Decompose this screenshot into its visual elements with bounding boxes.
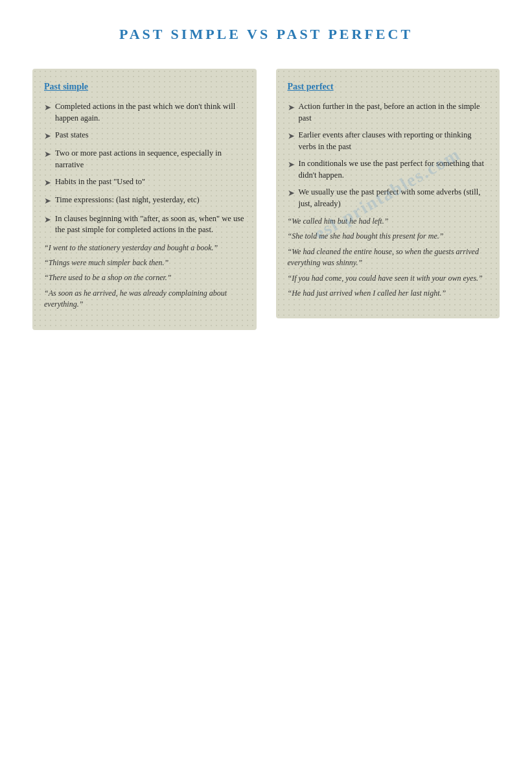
column-past-perfect: esl-printables.comPast perfect➤Action fu… (276, 69, 500, 318)
bullet-arrow-icon: ➤ (44, 195, 51, 207)
past-simple-bullet-item: ➤Past states (44, 130, 245, 142)
past-simple-bullet-item: ➤Completed actions in the past which we … (44, 101, 245, 124)
bullet-arrow-icon: ➤ (288, 159, 295, 171)
bullet-text: Two or more past actions in sequence, es… (55, 148, 245, 171)
past-perfect-examples: “We called him but he had left.”“She tol… (288, 216, 489, 299)
bullet-text: Earlier events after clauses with report… (299, 130, 489, 152)
column-past-simple: Past simple➤Completed actions in the pas… (32, 69, 257, 330)
columns-container: Past simple➤Completed actions in the pas… (32, 69, 500, 330)
past-perfect-heading: Past perfect (288, 82, 489, 92)
bullet-text: Completed actions in the past which we d… (55, 101, 245, 124)
past-simple-bullet-item: ➤In clauses beginning with "after, as so… (44, 213, 245, 236)
bullet-text: In clauses beginning with "after, as soo… (55, 213, 245, 236)
past-perfect-example-text: “We had cleaned the entire house, so whe… (288, 246, 489, 269)
past-simple-example-text: “As soon as he arrived, he was already c… (44, 288, 245, 311)
bullet-arrow-icon: ➤ (44, 148, 51, 160)
past-perfect-example-text: “He had just arrived when I called her l… (288, 288, 489, 299)
bullet-text: Time expressions: (last night, yesterday… (55, 195, 200, 206)
bullet-text: Past states (55, 130, 89, 141)
bullet-arrow-icon: ➤ (288, 130, 295, 142)
bullet-arrow-icon: ➤ (44, 214, 51, 226)
past-simple-example-text: “There used to be a shop on the corner.” (44, 272, 245, 283)
past-simple-heading: Past simple (44, 82, 245, 92)
past-simple-bullet-item: ➤Two or more past actions in sequence, e… (44, 148, 245, 171)
bullet-text: Habits in the past "Used to" (55, 176, 145, 188)
past-perfect-bullet-item: ➤Action further in the past, before an a… (288, 101, 489, 124)
past-simple-examples: “I went to the stationery yesterday and … (44, 243, 245, 311)
bullet-arrow-icon: ➤ (288, 187, 295, 199)
past-perfect-bullet-list: ➤Action further in the past, before an a… (288, 101, 489, 209)
past-simple-bullet-list: ➤Completed actions in the past which we … (44, 101, 245, 236)
past-simple-bullet-item: ➤Habits in the past "Used to" (44, 176, 245, 189)
bullet-text: Action further in the past, before an ac… (299, 101, 489, 124)
past-perfect-bullet-item: ➤Earlier events after clauses with repor… (288, 130, 489, 152)
past-perfect-example-text: “If you had come, you could have seen it… (288, 273, 489, 284)
bullet-arrow-icon: ➤ (44, 130, 51, 142)
page-title: PAST SIMPLE VS PAST PERFECT (32, 26, 500, 43)
past-perfect-example-text: “She told me she had bought this present… (288, 231, 489, 242)
past-simple-example-text: “Things were much simpler back then.” (44, 257, 245, 268)
past-perfect-example-text: “We called him but he had left.” (288, 216, 489, 227)
past-perfect-bullet-item: ➤In conditionals we use the past perfect… (288, 158, 489, 181)
bullet-arrow-icon: ➤ (44, 177, 51, 189)
bullet-text: We usually use the past perfect with som… (299, 187, 489, 209)
past-simple-example-text: “I went to the stationery yesterday and … (44, 243, 245, 254)
bullet-arrow-icon: ➤ (288, 102, 295, 113)
bullet-text: In conditionals we use the past perfect … (299, 158, 489, 181)
bullet-arrow-icon: ➤ (44, 102, 51, 113)
past-perfect-bullet-item: ➤We usually use the past perfect with so… (288, 187, 489, 209)
past-simple-bullet-item: ➤Time expressions: (last night, yesterda… (44, 195, 245, 207)
